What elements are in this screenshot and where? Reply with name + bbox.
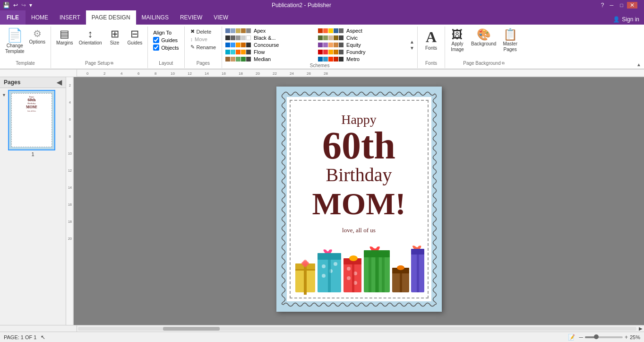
word-count-icon: 📝: [568, 334, 575, 341]
scrollbar-track[interactable]: [78, 327, 636, 331]
svg-rect-53: [376, 250, 379, 292]
page-setup-group: ▤ Margins ↕ Orientation ⊞ Size ⊟ Guides …: [51, 26, 148, 68]
align-to-control[interactable]: Align To: [152, 29, 173, 36]
rename-button[interactable]: ✎ Rename: [188, 43, 219, 51]
collapse-ribbon-button[interactable]: ▲: [636, 25, 641, 69]
fonts-group: A Fonts Fonts: [418, 26, 445, 68]
sign-in[interactable]: 👤 Sign in: [608, 14, 644, 25]
background-icon: 🎨: [477, 29, 491, 40]
scroll-right-button[interactable]: ▶: [637, 326, 644, 331]
card-birthday: Birthday: [326, 164, 392, 186]
svg-rect-39: [328, 253, 331, 292]
svg-text:10: 10: [68, 152, 72, 155]
size-icon: ⊞: [111, 29, 119, 39]
page-expand-arrow[interactable]: ▼: [2, 93, 6, 97]
svg-rect-30: [295, 269, 315, 271]
scheme-flow[interactable]: Flow: [224, 49, 316, 55]
scheme-civic[interactable]: Civic: [317, 35, 409, 41]
redo-icon[interactable]: ↪: [20, 2, 27, 9]
page-background-group: 🖼 ApplyImage 🎨 Background 📋 MasterPages …: [445, 26, 523, 68]
fonts-button[interactable]: A Fonts: [421, 27, 441, 53]
svg-text:20: 20: [68, 237, 72, 240]
tab-review[interactable]: REVIEW: [174, 10, 208, 25]
canvas-area[interactable]: Happy 60th Birthday MOM! love, all of us: [74, 77, 644, 325]
move-button[interactable]: ↕ Move: [188, 35, 210, 43]
margins-icon: ▤: [60, 29, 69, 39]
scheme-median[interactable]: Median: [224, 56, 316, 62]
zoom-slider[interactable]: [585, 336, 623, 338]
card-love: love, all of us: [342, 227, 376, 234]
svg-rect-52: [382, 254, 385, 292]
svg-rect-60: [417, 249, 419, 292]
cursor-icon: ↖: [41, 334, 45, 341]
scrollbar-thumb[interactable]: [163, 327, 220, 331]
pages-panel: Pages ◀ ▼ Happy 60th Birthday MOM!: [0, 77, 66, 325]
schemes-down-arrow[interactable]: ▼: [410, 45, 414, 51]
background-button[interactable]: 🎨 Background: [469, 27, 498, 48]
scheme-aspect[interactable]: Aspect: [317, 27, 409, 34]
collapse-pages-button[interactable]: ◀: [57, 79, 62, 86]
template-group: 📄 Change Template ⚙ Options Template: [0, 26, 51, 68]
scheme-foundry[interactable]: Foundry: [317, 49, 409, 55]
guides-button[interactable]: ⊟ Guides: [125, 27, 145, 47]
maximize-button[interactable]: □: [617, 2, 626, 8]
orientation-button[interactable]: ↕ Orientation: [77, 27, 104, 47]
options-button[interactable]: ⚙ Options: [27, 27, 48, 46]
tab-view[interactable]: VIEW: [208, 10, 234, 25]
margins-button[interactable]: ▤ Margins: [54, 27, 76, 47]
guides-icon: ⊟: [130, 29, 139, 39]
customize-qat-icon[interactable]: ▾: [28, 2, 33, 9]
zoom-out-button[interactable]: ─: [579, 334, 583, 341]
pages-panel-header: Pages ◀: [0, 77, 66, 88]
help-icon[interactable]: ?: [599, 2, 606, 9]
objects-check[interactable]: Objects: [152, 44, 180, 51]
expand-icon[interactable]: ⧉: [502, 61, 505, 66]
svg-text:2: 2: [69, 84, 71, 87]
page-setup-expand-icon[interactable]: ⧉: [111, 61, 113, 66]
scheme-apex[interactable]: Apex: [224, 27, 316, 34]
minimize-button[interactable]: ─: [607, 2, 617, 8]
undo-icon[interactable]: ↩: [12, 2, 19, 9]
fonts-icon: A: [426, 29, 437, 44]
svg-text:20: 20: [256, 71, 260, 76]
quick-access-toolbar: 💾 ↩ ↪ ▾: [0, 0, 35, 10]
scheme-metro[interactable]: Metro: [317, 56, 409, 62]
svg-text:2: 2: [103, 71, 106, 76]
change-template-button[interactable]: 📄 Change Template: [3, 27, 27, 56]
svg-text:24: 24: [290, 71, 294, 76]
scheme-black[interactable]: Black &...: [224, 35, 316, 41]
tab-page-design[interactable]: PAGE DESIGN: [86, 10, 136, 25]
scheme-equity[interactable]: Equity: [317, 42, 409, 48]
master-pages-button[interactable]: 📋 MasterPages: [500, 27, 520, 54]
guides-checkbox[interactable]: [153, 37, 159, 43]
close-button[interactable]: ✕: [627, 2, 637, 9]
page-status: PAGE: 1 OF 1: [4, 334, 37, 340]
change-template-icon: 📄: [7, 29, 23, 42]
file-tab[interactable]: FILE: [0, 10, 26, 25]
person-icon: 👤: [613, 16, 620, 23]
svg-text:26: 26: [307, 71, 311, 76]
objects-checkbox[interactable]: [153, 44, 159, 51]
schemes-scroll-arrows[interactable]: ▲ ▼: [409, 39, 415, 51]
ribbon-content: 📄 Change Template ⚙ Options Template ▤ M…: [0, 25, 644, 69]
birthday-card: Happy 60th Birthday MOM! love, all of us: [276, 87, 442, 312]
tab-mailings[interactable]: MAILINGS: [136, 10, 174, 25]
status-bar: PAGE: 1 OF 1 ↖ 📝 ─ + 25%: [0, 332, 644, 342]
page-thumbnail[interactable]: Happy 60th Birthday MOM! love, all of us: [8, 90, 55, 150]
tab-home[interactable]: HOME: [26, 10, 54, 25]
zoom-in-button[interactable]: +: [625, 334, 628, 341]
apply-image-button[interactable]: 🖼 ApplyImage: [448, 27, 467, 54]
size-button[interactable]: ⊞ Size: [105, 27, 124, 47]
schemes-group: Apex Aspect: [222, 26, 418, 68]
guides-check[interactable]: Guides: [152, 36, 179, 44]
horizontal-scrollbar[interactable]: ▶: [0, 325, 644, 332]
scheme-concourse[interactable]: Concourse: [224, 42, 316, 48]
zoom-level: 25%: [630, 334, 640, 340]
tab-insert[interactable]: INSERT: [54, 10, 86, 25]
layout-group: Align To Guides Objects Layout: [148, 26, 184, 68]
delete-button[interactable]: ✖ Delete: [188, 27, 215, 35]
save-icon[interactable]: 💾: [2, 2, 11, 9]
schemes-up-arrow[interactable]: ▲: [410, 39, 414, 44]
svg-text:14: 14: [205, 71, 209, 76]
ribbon-tab-bar: FILE HOME INSERT PAGE DESIGN MAILINGS RE…: [0, 10, 644, 25]
